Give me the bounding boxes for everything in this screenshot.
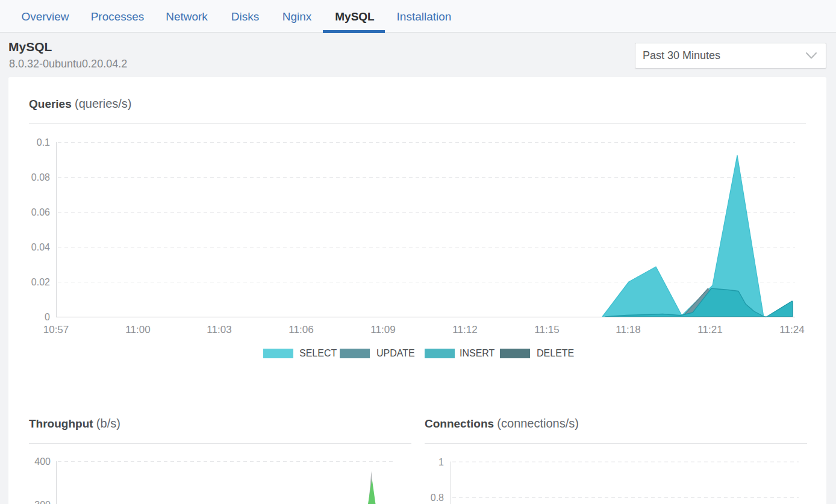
svg-text:11:18: 11:18	[616, 324, 640, 335]
svg-text:11:03: 11:03	[207, 324, 231, 335]
svg-text:11:15: 11:15	[534, 324, 559, 335]
svg-text:11:21: 11:21	[697, 324, 722, 335]
svg-text:0: 0	[45, 312, 50, 322]
svg-text:0.08: 0.08	[31, 172, 50, 182]
svg-text:0.1: 0.1	[37, 137, 50, 148]
svg-text:0.06: 0.06	[31, 207, 50, 217]
svg-text:0.8: 0.8	[431, 493, 444, 503]
svg-text:1: 1	[438, 457, 444, 467]
svg-text:300: 300	[34, 500, 51, 504]
svg-text:11:06: 11:06	[289, 324, 313, 335]
svg-text:10:57: 10:57	[43, 324, 69, 335]
svg-text:0.04: 0.04	[31, 242, 50, 252]
svg-text:11:24: 11:24	[779, 324, 804, 335]
svg-text:11:09: 11:09	[370, 324, 395, 335]
svg-text:11:12: 11:12	[452, 324, 477, 335]
svg-text:400: 400	[34, 456, 51, 467]
svg-text:11:00: 11:00	[125, 324, 150, 335]
svg-text:0.02: 0.02	[31, 277, 50, 287]
